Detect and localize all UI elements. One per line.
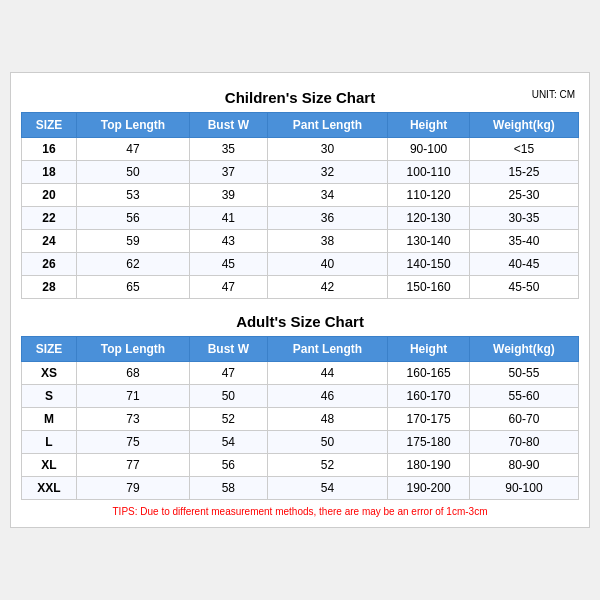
table-row: 1647353090-100<15 (22, 138, 579, 161)
col-weight: Weight(kg) (469, 113, 578, 138)
col-height: Height (388, 113, 470, 138)
adult-table-body: XS684744160-16550-55S715046160-17055-60M… (22, 362, 579, 500)
table-row: 28654742150-16045-50 (22, 276, 579, 299)
col-bust-w: Bust W (190, 113, 268, 138)
col-height: Height (388, 337, 470, 362)
adult-section-title: Adult's Size Chart (21, 307, 579, 336)
table-row: L755450175-18070-80 (22, 431, 579, 454)
col-size: SIZE (22, 337, 77, 362)
table-row: XL775652180-19080-90 (22, 454, 579, 477)
col-bust-w: Bust W (190, 337, 268, 362)
size-chart-container: Children's Size Chart UNIT: CM SIZE Top … (10, 72, 590, 528)
col-weight: Weight(kg) (469, 337, 578, 362)
col-pant-length: Pant Length (267, 113, 388, 138)
table-row: 22564136120-13030-35 (22, 207, 579, 230)
adult-header-row: SIZE Top Length Bust W Pant Length Heigh… (22, 337, 579, 362)
table-row: 18503732100-11015-25 (22, 161, 579, 184)
table-row: XXL795854190-20090-100 (22, 477, 579, 500)
table-row: XS684744160-16550-55 (22, 362, 579, 385)
table-row: M735248170-17560-70 (22, 408, 579, 431)
table-row: 24594338130-14035-40 (22, 230, 579, 253)
adult-size-table: SIZE Top Length Bust W Pant Length Heigh… (21, 336, 579, 500)
table-row: 26624540140-15040-45 (22, 253, 579, 276)
adult-title-text: Adult's Size Chart (236, 313, 364, 330)
children-section-title: Children's Size Chart UNIT: CM (21, 83, 579, 112)
col-size: SIZE (22, 113, 77, 138)
col-pant-length: Pant Length (267, 337, 388, 362)
table-row: 20533934110-12025-30 (22, 184, 579, 207)
tips-text: TIPS: Due to different measurement metho… (21, 506, 579, 517)
children-size-table: SIZE Top Length Bust W Pant Length Heigh… (21, 112, 579, 299)
unit-label: UNIT: CM (532, 89, 575, 100)
children-table-body: 1647353090-100<1518503732100-11015-25205… (22, 138, 579, 299)
children-title-text: Children's Size Chart (225, 89, 375, 106)
col-top-length: Top Length (76, 113, 189, 138)
children-header-row: SIZE Top Length Bust W Pant Length Heigh… (22, 113, 579, 138)
table-row: S715046160-17055-60 (22, 385, 579, 408)
col-top-length: Top Length (76, 337, 189, 362)
